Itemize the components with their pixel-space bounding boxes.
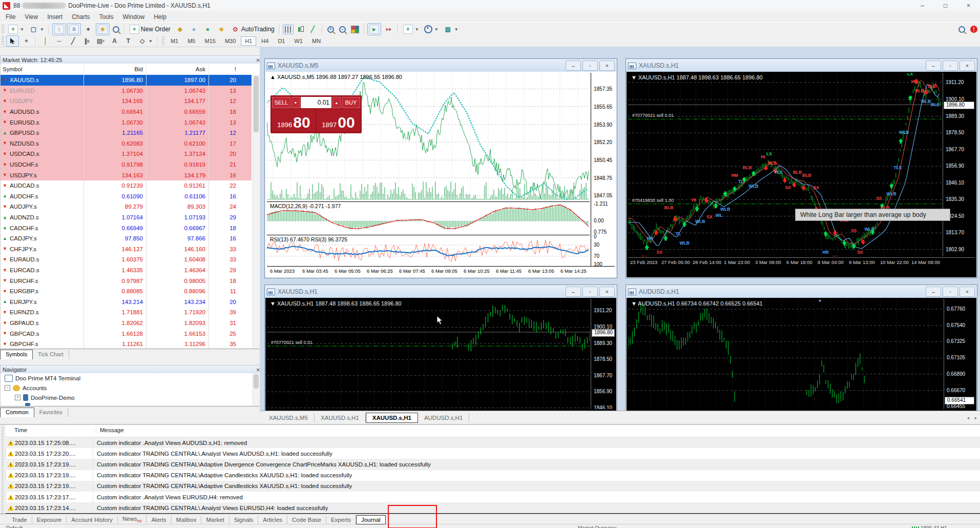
chart-minimize-button[interactable]: – (926, 287, 941, 297)
chart-window-audusd-h1[interactable]: AUDUSD.s,H1–▫×▼ AUDUSD.s,H1 0.66734 0.66… (625, 285, 977, 412)
chart-restore-button[interactable]: ▫ (582, 287, 598, 297)
chart-shift-button[interactable]: ↦ (382, 24, 395, 35)
chart-close-button[interactable]: × (599, 60, 615, 71)
toolbar-grip[interactable] (2, 25, 4, 34)
navigator-root-item[interactable]: Doo Prime MT4 Terminal (1, 373, 260, 383)
trendline-button[interactable]: ╱ (67, 35, 79, 47)
zoom-out-button[interactable]: – (337, 25, 348, 34)
line-chart-button[interactable]: ╱ (306, 24, 319, 35)
templates-button[interactable]: ▧▼ (442, 24, 461, 35)
market-watch-row[interactable]: ▼AUDCAD.s0.912390.9126122 (1, 180, 252, 191)
column-spread[interactable]: ! (208, 64, 239, 75)
market-watch-row[interactable]: ▼EURAUD.s1.603751.6040833 (1, 254, 252, 265)
chart-window-titlebar[interactable]: AUDUSD.s,H1–▫× (627, 286, 976, 298)
market-watch-row[interactable]: ▼USDCHF.s0.917980.9181921 (1, 159, 252, 170)
navigator-tab-common[interactable]: Common (0, 408, 34, 417)
navigator-scrollbar[interactable] (253, 373, 260, 406)
text-label-button[interactable]: T (122, 35, 135, 47)
market-watch-tab-symbols[interactable]: Symbols (0, 350, 33, 359)
market-watch-row[interactable]: ▼EURUSD.s1.067301.0674313 (1, 117, 252, 128)
market-watch-row[interactable]: ▼GBPCHF.s1.112611.1129635 (1, 339, 252, 349)
timeframe-m1-button[interactable]: M1 (166, 36, 182, 46)
menu-view[interactable]: View (20, 12, 43, 22)
buy-button[interactable]: BUY (342, 97, 360, 108)
chart-close-button[interactable]: × (599, 287, 615, 297)
chart-window-titlebar[interactable]: XAUUSD.s,H1–▫× (265, 286, 616, 298)
market-watch-row[interactable]: ▲EURJPY.s143.214143.23420 (1, 297, 252, 308)
chart-plot-area[interactable]: ▲ XAUUSD.s,M5 1896.88 1897.27 1896.55 18… (267, 73, 590, 200)
horizontal-line-button[interactable]: ─ (53, 35, 66, 47)
rsi-pane[interactable]: RSI(13) 67.4670 RSI(3) 96.3725 (267, 235, 590, 266)
terminal-tab-articles[interactable]: Articles (258, 516, 287, 524)
chart-window-xauusd-m5[interactable]: XAUUSD.s,M5–▫×▲ XAUUSD.s,M5 1896.88 1897… (264, 58, 617, 278)
bar-chart-button[interactable] (283, 25, 294, 34)
terminal-tab-mailbox[interactable]: Mailbox (172, 516, 202, 524)
timeframe-m5-button[interactable]: M5 (183, 36, 199, 46)
terminal-tab-experts[interactable]: Experts (326, 516, 356, 524)
zoom-in-button[interactable]: + (325, 25, 336, 34)
new-order-button[interactable]: +New Order (128, 23, 173, 35)
menu-help[interactable]: Help (149, 12, 171, 22)
auto-scroll-button[interactable]: ▸ (367, 23, 381, 35)
chart-window-titlebar[interactable]: XAUUSD.s,M5–▫× (265, 59, 616, 72)
signal-button[interactable]: ● (201, 24, 214, 35)
market-watch-tab-tick-chart[interactable]: Tick Chart (33, 350, 69, 359)
market-watch-row[interactable]: ▼EURGBP.s0.880850.8809611 (1, 286, 252, 297)
close-button[interactable]: × (957, 0, 980, 11)
navigator-item-account-demo[interactable]: +DooPrime-Demo (1, 393, 260, 402)
terminal-button[interactable]: ★ (96, 23, 110, 35)
chart-tab-scroll-arrows[interactable]: ◂ ▸ (967, 415, 980, 420)
market-watch-row[interactable]: ▲AUDNZD.s1.071641.0719329 (1, 212, 252, 223)
market-watch-row[interactable]: ▼EURCAD.s1.463351.4636429 (1, 265, 252, 276)
chart-minimize-button[interactable]: – (926, 60, 941, 71)
chart-plot-area[interactable]: ▼ XAUUSD.s,H1 1887.48 1898.63 1886.65 18… (267, 299, 590, 409)
terminal-tab-exposure[interactable]: Exposure (32, 516, 67, 524)
periods-button[interactable]: ▼ (422, 24, 441, 35)
terminal-tab-alerts[interactable]: Alerts (147, 516, 171, 524)
timeframe-d1-button[interactable]: D1 (274, 36, 289, 46)
chart-tab-xauusd.s,h1[interactable]: XAUUSD.s,H1 (315, 413, 366, 422)
timeframe-mn-button[interactable]: MN (308, 36, 325, 46)
market-watch-row[interactable]: ▼EURNZD.s1.718811.7192039 (1, 307, 252, 318)
channel-button[interactable]: ∥E (80, 35, 93, 47)
search-button[interactable] (956, 25, 967, 34)
maximize-button[interactable]: □ (934, 0, 957, 11)
candlestick-button[interactable] (295, 25, 305, 34)
community-button[interactable]: ☻ (215, 24, 228, 35)
timeframe-h4-button[interactable]: H4 (257, 36, 273, 46)
market-watch-row[interactable]: ▼EURUSD1.067301.0674313 (1, 86, 252, 96)
chart-window-xauusd-h1-top[interactable]: XAUUSD.s,H1–▫×SXHRSXBLBTLWLBHIWLBSXWLWLB… (625, 58, 977, 278)
autotrading-button[interactable]: ⊙AutoTrading (229, 24, 277, 35)
chart-restore-button[interactable]: ▫ (943, 287, 958, 297)
chart-restore-button[interactable]: ▫ (582, 60, 598, 71)
column-symbol[interactable]: Symbol (1, 66, 84, 72)
data-window-button[interactable]: ≡ (67, 23, 81, 35)
terminal-tab-market[interactable]: Market (201, 516, 229, 524)
menu-charts[interactable]: Charts (67, 12, 94, 22)
market-watch-scrollbar[interactable] (253, 75, 260, 349)
macd-pane[interactable]: MACD(12,26,9) -0.271 -1.977 (267, 201, 590, 234)
minimize-button[interactable]: – (911, 0, 934, 11)
bid-price-display[interactable]: 189680 (272, 109, 316, 132)
chart-window-titlebar[interactable]: XAUUSD.s,H1–▫× (627, 59, 976, 72)
terminal-tab-code-base[interactable]: Code Base (287, 516, 326, 524)
chart-tab-audusd.s,h1[interactable]: AUDUSD.s,H1 (418, 413, 469, 422)
market-watch-row[interactable]: ▲CADCHF.s0.669490.6696718 (1, 222, 252, 233)
market-watch-row[interactable]: ▼GBPAUD.s1.820621.8209331 (1, 318, 252, 329)
scrollbar-thumb[interactable] (254, 76, 259, 132)
market-watch-row[interactable]: ▼EURCHF.s0.979870.9800518 (1, 275, 252, 286)
chart-close-button[interactable]: × (960, 60, 975, 71)
fibonacci-button[interactable]: ▤F (94, 35, 107, 47)
volume-input[interactable]: 0.01 (301, 97, 331, 108)
tile-windows-button[interactable] (349, 24, 361, 35)
journal-row[interactable]: 2023.03.15 17:23:14....Custom indicator … (6, 502, 980, 514)
column-ask[interactable]: Ask (146, 64, 208, 75)
market-watch-row[interactable]: ▼GBPCAD.s1.661281.6615325 (1, 328, 252, 339)
market-watch-row[interactable]: ▼CHFJPY.s146.127146.16033 (1, 244, 252, 255)
market-watch-row[interactable]: ▲CADJPY.s97.85097.86616 (1, 233, 252, 244)
chart-restore-button[interactable]: ▫ (943, 60, 958, 71)
market-watch-button[interactable]: ↕ (52, 23, 66, 35)
market-watch-row[interactable]: ▼AUDUSD.s0.665410.6655918 (1, 107, 252, 117)
column-bid[interactable]: Bid (84, 64, 146, 75)
shapes-button[interactable]: ◇▼ (136, 35, 155, 47)
